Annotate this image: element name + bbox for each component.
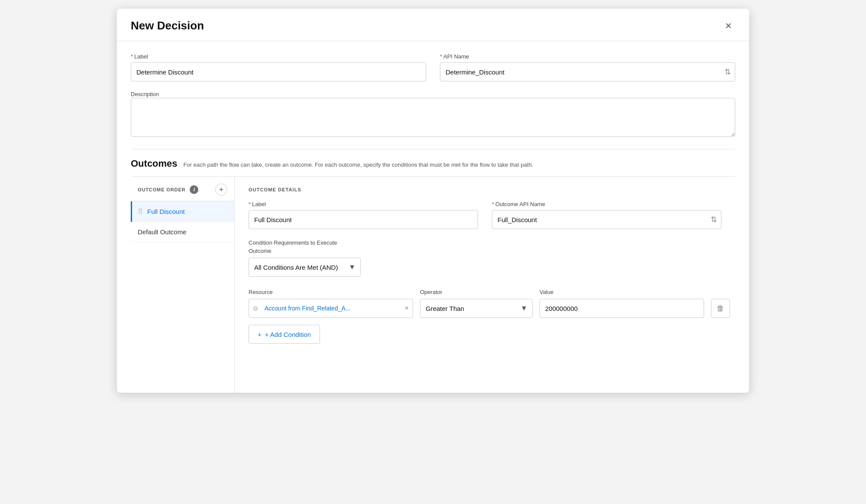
drag-handle-icon: ⠿ bbox=[138, 207, 143, 216]
required-star-label: * bbox=[131, 53, 133, 60]
outcome-item-label-full-discount: Full Discount bbox=[147, 208, 185, 215]
outcome-details-title: OUTCOME DETAILS bbox=[249, 187, 721, 192]
modal-title: New Decision bbox=[131, 19, 204, 32]
description-textarea[interactable] bbox=[131, 98, 735, 137]
outcomes-header: Outcomes For each path the flow can take… bbox=[131, 158, 735, 169]
resource-record-icon: ⊙ bbox=[253, 305, 258, 312]
outcome-label-api-row: *Label *Outcome API Name ⇅ bbox=[249, 201, 721, 229]
outcome-api-group: *Outcome API Name ⇅ bbox=[492, 201, 721, 229]
required-star-outcome-label: * bbox=[249, 201, 251, 207]
outcomes-title: Outcomes bbox=[131, 158, 178, 169]
api-name-label: *API Name bbox=[440, 53, 735, 60]
outcome-api-label: *Outcome API Name bbox=[492, 201, 721, 207]
label-field-label: *Label bbox=[131, 53, 426, 60]
operator-col-header: Operator bbox=[420, 289, 533, 295]
resource-input-wrapper: ⊙ × bbox=[249, 299, 413, 318]
close-button[interactable]: × bbox=[722, 18, 735, 33]
value-col-header: Value bbox=[540, 289, 704, 295]
condition-row: ⊙ × Equal To Not Equal To Greater Than L… bbox=[249, 299, 721, 318]
api-name-input[interactable] bbox=[440, 62, 735, 81]
outcome-api-name-input[interactable] bbox=[492, 210, 721, 229]
outcome-details-panel: OUTCOME DETAILS *Label *Outcome API Name bbox=[235, 177, 735, 393]
outcome-order-label: OUTCOME ORDER bbox=[138, 187, 185, 192]
delete-condition-button[interactable]: 🗑 bbox=[711, 299, 730, 318]
modal-header: New Decision × bbox=[117, 9, 749, 41]
api-name-group: *API Name ⇅ bbox=[440, 53, 735, 81]
add-outcome-button[interactable]: + bbox=[215, 184, 227, 196]
condition-requirements-select[interactable]: All Conditions Are Met (AND) Any Conditi… bbox=[249, 258, 361, 277]
outcome-label-input[interactable] bbox=[249, 210, 478, 229]
outcomes-section: Outcomes For each path the flow can take… bbox=[131, 149, 735, 393]
modal-body: *Label *API Name ⇅ Description Out bbox=[117, 41, 749, 393]
condition-req-select-wrapper: All Conditions Are Met (AND) Any Conditi… bbox=[249, 258, 361, 277]
resource-clear-button[interactable]: × bbox=[405, 304, 409, 312]
add-condition-button[interactable]: + + Add Condition bbox=[249, 325, 320, 344]
outcome-sidebar: OUTCOME ORDER i + ⠿ Full Discount Defaul… bbox=[131, 177, 235, 393]
outcome-item-label-default: Default Outcome bbox=[138, 228, 187, 236]
resource-input[interactable] bbox=[249, 299, 413, 318]
outcomes-layout: OUTCOME ORDER i + ⠿ Full Discount Defaul… bbox=[131, 176, 735, 393]
description-label: Description bbox=[131, 91, 159, 97]
value-input[interactable] bbox=[540, 299, 704, 318]
info-icon[interactable]: i bbox=[190, 185, 198, 194]
api-input-wrapper: ⇅ bbox=[440, 62, 735, 81]
outcomes-description: For each path the flow can take, create … bbox=[184, 162, 533, 168]
outcome-item-full-discount[interactable]: ⠿ Full Discount bbox=[131, 201, 234, 222]
required-star-api: * bbox=[440, 53, 442, 60]
outcome-sidebar-header: OUTCOME ORDER i + bbox=[131, 177, 234, 201]
label-group: *Label bbox=[131, 53, 426, 81]
outcome-label-label: *Label bbox=[249, 201, 478, 207]
condition-req-sublabel: Outcome bbox=[249, 248, 721, 254]
add-condition-label: + Add Condition bbox=[265, 331, 311, 338]
plus-icon: + bbox=[258, 331, 262, 338]
label-input[interactable] bbox=[131, 62, 426, 81]
value-input-wrapper bbox=[540, 299, 704, 318]
outcome-item-default[interactable]: Default Outcome bbox=[131, 222, 234, 242]
label-api-row: *Label *API Name ⇅ bbox=[131, 53, 735, 81]
outcome-api-input-wrapper: ⇅ bbox=[492, 210, 721, 229]
condition-req-label: Condition Requirements to Execute bbox=[249, 239, 721, 246]
outcome-label-group: *Label bbox=[249, 201, 478, 229]
required-star-outcome-api: * bbox=[492, 201, 494, 207]
operator-select-wrapper: Equal To Not Equal To Greater Than Less … bbox=[420, 299, 533, 318]
new-decision-modal: New Decision × *Label *API Name ⇅ bbox=[117, 9, 749, 393]
trash-icon: 🗑 bbox=[717, 304, 724, 313]
condition-requirements-group: Condition Requirements to Execute Outcom… bbox=[249, 239, 721, 277]
resource-col-header: Resource bbox=[249, 289, 413, 295]
operator-select[interactable]: Equal To Not Equal To Greater Than Less … bbox=[420, 299, 533, 318]
description-group: Description bbox=[131, 90, 735, 139]
conditions-table-header: Resource Operator Value bbox=[249, 289, 721, 295]
